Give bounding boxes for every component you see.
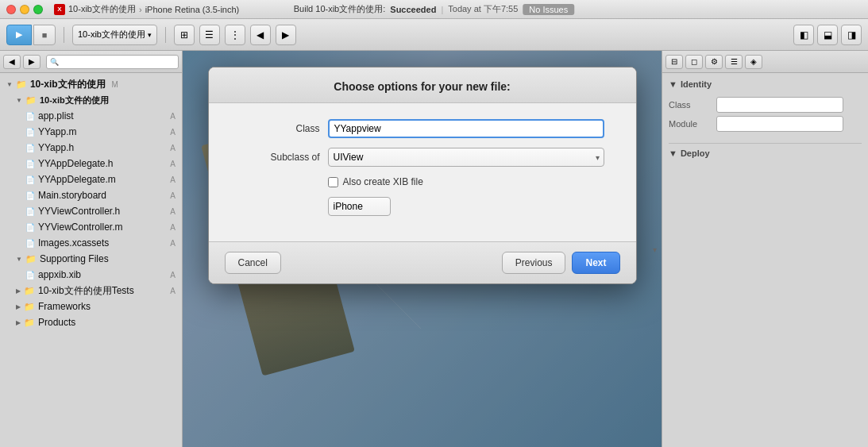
sidebar-item-yyappdelegate-m[interactable]: 📄 YYAppDelegate.m A (0, 171, 182, 187)
bottom-panel-toggle[interactable]: ⬓ (817, 25, 838, 45)
sidebar-item-tests[interactable]: ▶ 📁 10-xib文件的使用Tests A (0, 283, 182, 299)
inspector-btn-4[interactable]: ☰ (725, 55, 743, 69)
sidebar-item-yyviewcontroller-m[interactable]: 📄 YYViewController.m A (0, 219, 182, 235)
sidebar-nav-back[interactable]: ◀ (3, 55, 21, 69)
identity-class-input[interactable] (716, 97, 843, 113)
sidebar-item-products[interactable]: ▶ 📁 Products (0, 314, 182, 330)
previous-button[interactable]: Previous (502, 252, 566, 274)
stop-button[interactable]: ■ (33, 25, 56, 45)
list-button[interactable]: ☰ (199, 25, 220, 45)
sidebar-item-yyapp-m[interactable]: 📄 YYapp.m A (0, 124, 182, 140)
file-badge: A (170, 271, 176, 279)
sidebar-item-yyappdelegate-h[interactable]: 📄 YYAppDelegate.h A (0, 156, 182, 171)
file-badge: A (170, 239, 176, 248)
folder-name: Frameworks (38, 301, 91, 312)
identity-class-label: Class (669, 100, 716, 110)
next-button[interactable]: Next (572, 252, 619, 274)
file-icon: 📄 (25, 223, 35, 232)
xib-checkbox[interactable] (328, 177, 338, 187)
file-icon: 📄 (25, 175, 35, 184)
filename: YYAppDelegate.m (38, 174, 116, 185)
xib-checkbox-row: Also create XIB file (241, 176, 604, 187)
project-title: 10-xib文件的使用 (68, 3, 136, 15)
file-badge: A (170, 128, 176, 137)
cancel-button[interactable]: Cancel (225, 252, 281, 274)
file-icon: 📄 (25, 271, 35, 279)
file-badge: A (170, 112, 176, 121)
run-stop-group: ▶ ■ (6, 25, 56, 45)
sidebar-item-yyviewcontroller-h[interactable]: 📄 YYViewController.h A (0, 203, 182, 219)
file-icon: 📄 (25, 128, 35, 137)
back-button[interactable]: ◀ (250, 25, 271, 45)
device-select[interactable]: iPhone iPad Universal (328, 197, 391, 216)
group-folder-icon: 📁 (25, 95, 37, 106)
file-badge: A (170, 207, 176, 216)
project-name: 10-xib文件的使用 (30, 78, 106, 91)
title-bar: X 10-xib文件的使用 › iPhone Retina (3.5-inch)… (0, 0, 868, 19)
inspector-btn-5[interactable]: ◈ (745, 55, 762, 69)
grid-button[interactable]: ⊞ (174, 25, 195, 45)
file-icon: 📄 (25, 112, 35, 121)
new-file-dialog: Choose options for your new file: Class … (208, 67, 637, 284)
sidebar-item-appxib[interactable]: 📄 appxib.xib A (0, 267, 182, 283)
sidebar-search[interactable]: 🔍 (46, 55, 179, 69)
minimize-button[interactable] (20, 5, 29, 14)
sidebar-item-yyapp-h[interactable]: 📄 YYapp.h A (0, 140, 182, 156)
sidebar-item-images-xcassets[interactable]: 📄 Images.xcassets A (0, 235, 182, 251)
maximize-button[interactable] (33, 5, 43, 14)
file-icon: 📄 (25, 207, 35, 216)
sidebar-item-frameworks[interactable]: ▶ 📁 Frameworks (0, 299, 182, 314)
subclass-select[interactable]: UIView UIViewController NSObject UITable… (328, 148, 604, 167)
inspector-btn-3[interactable]: ⚙ (705, 55, 723, 69)
folder-triangle-icon: ▶ (16, 319, 21, 326)
title-divider: | (441, 5, 443, 14)
deploy-triangle-icon: ▼ (669, 148, 677, 158)
file-badge: A (170, 191, 176, 200)
sidebar-item-main-storyboard[interactable]: 📄 Main.storyboard A (0, 187, 182, 203)
dialog-overlay: Choose options for your new file: Class … (183, 51, 662, 447)
build-label: Build 10-xib文件的使用: (294, 3, 386, 15)
file-badge: A (170, 144, 176, 152)
triangle-icon: ▼ (6, 81, 13, 88)
folder-triangle-icon: ▼ (16, 256, 22, 263)
identity-section-header[interactable]: ▼ Identity (669, 79, 862, 89)
identity-triangle-icon: ▼ (669, 79, 677, 89)
class-label: Class (241, 123, 320, 134)
app-icon: X (54, 4, 65, 15)
toolbar: ▶ ■ 10-xib文件的使用▾ ⊞ ☰ ⋮ ◀ ▶ ◧ ⬓ ◨ (0, 19, 868, 51)
sidebar: ◀ ▶ 🔍 ▼ 📁 10-xib文件的使用 M ▼ 📁 10-xib文件的使用 (0, 51, 183, 447)
deploy-section-header[interactable]: ▼ Deploy (669, 148, 862, 158)
filename: app.plist (38, 110, 74, 121)
no-issues-badge: No Issues (523, 4, 574, 15)
right-panel-toggle[interactable]: ◨ (841, 25, 862, 45)
sidebar-nav-forward[interactable]: ▶ (23, 55, 41, 69)
filename: YYapp.h (38, 142, 74, 153)
close-button[interactable] (6, 5, 16, 14)
folder-triangle-icon: ▶ (16, 287, 21, 295)
forward-button[interactable]: ▶ (276, 25, 296, 45)
inspector-btn-1[interactable]: ⊟ (665, 55, 683, 69)
class-input[interactable] (328, 119, 604, 138)
run-button[interactable]: ▶ (6, 25, 32, 45)
identity-label: Identity (681, 79, 712, 89)
sidebar-item-group[interactable]: ▼ 📁 10-xib文件的使用 (0, 92, 182, 108)
subclass-select-wrapper: UIView UIViewController NSObject UITable… (328, 148, 604, 167)
identity-module-input[interactable] (716, 116, 843, 132)
file-badge: A (170, 160, 176, 168)
build-status: Succeeded (390, 5, 436, 14)
left-panel-toggle[interactable]: ◧ (793, 25, 814, 45)
inspector-btn-2[interactable]: ◻ (685, 55, 703, 69)
folder-name: Products (38, 317, 75, 328)
sidebar-item-project[interactable]: ▼ 📁 10-xib文件的使用 M (0, 76, 182, 92)
filename: appxib.xib (38, 269, 81, 280)
scheme-selector[interactable]: 10-xib文件的使用▾ (72, 25, 157, 45)
identity-module-row: Module (669, 116, 862, 132)
sidebar-item-supporting-files[interactable]: ▼ 📁 Supporting Files (0, 251, 182, 267)
dialog-body: Class Subclass of UIView UIViewControlle… (209, 103, 636, 241)
dialog-footer: Cancel Previous Next (209, 241, 636, 283)
sidebar-item-app-plist[interactable]: 📄 app.plist A (0, 108, 182, 124)
hierarchy-button[interactable]: ⋮ (225, 25, 245, 45)
deploy-label: Deploy (681, 148, 710, 158)
folder-icon: 📁 (24, 318, 35, 328)
separator-2 (165, 27, 166, 43)
